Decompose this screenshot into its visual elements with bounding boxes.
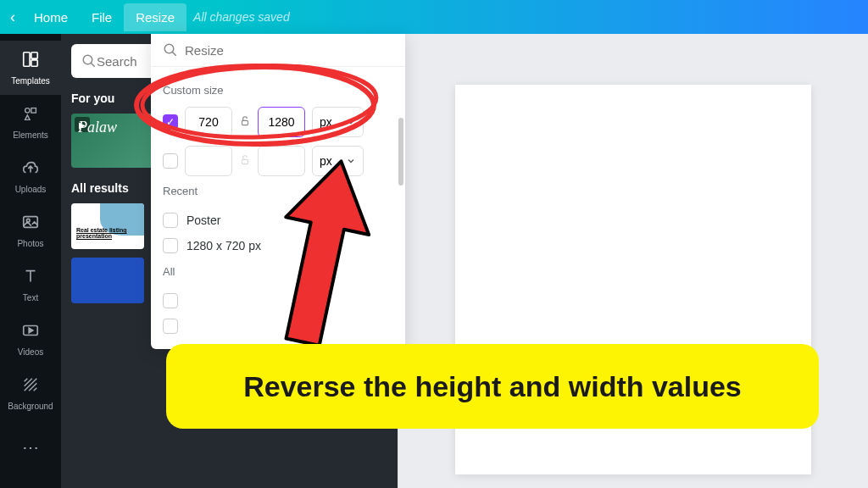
checkbox[interactable]	[163, 238, 178, 253]
svg-rect-4	[31, 108, 36, 113]
sidebar-item-text[interactable]: Text	[0, 258, 61, 312]
svg-point-9	[164, 44, 174, 53]
all-item[interactable]	[163, 288, 393, 313]
svg-rect-10	[242, 120, 248, 125]
scrollbar[interactable]	[398, 118, 403, 186]
checkbox[interactable]	[163, 213, 178, 228]
sidebar-item-videos[interactable]: Videos	[0, 312, 61, 366]
chevron-down-icon	[346, 156, 356, 166]
sidebar-item-label: Videos	[18, 347, 43, 357]
height-input[interactable]	[258, 107, 305, 137]
svg-point-8	[83, 55, 92, 64]
lock-icon[interactable]	[239, 115, 251, 130]
elements-icon	[21, 104, 40, 127]
recent-item-poster[interactable]: Poster	[163, 208, 393, 233]
sidebar-item-elements[interactable]: Elements	[0, 95, 61, 149]
sidebar-item-label: Background	[8, 402, 53, 411]
annotation-text: Reverse the height and width values	[166, 344, 819, 429]
search-icon	[81, 53, 97, 69]
photos-icon	[21, 213, 40, 236]
chevron-down-icon	[346, 117, 356, 127]
sidebar-item-label: Templates	[11, 76, 50, 86]
more-icon: ⋯	[22, 437, 39, 458]
all-label: All	[163, 265, 393, 278]
recent-label: Recent	[163, 185, 393, 197]
all-item[interactable]	[163, 313, 393, 339]
checkbox[interactable]	[163, 319, 178, 334]
recent-item-dimensions[interactable]: 1280 x 720 px	[163, 233, 393, 258]
svg-rect-1	[31, 53, 37, 58]
custom-size-checkbox[interactable]: ✓	[163, 114, 178, 130]
unit-value: px	[320, 115, 332, 129]
text-icon	[21, 267, 40, 290]
custom-size-row: ✓ px	[163, 107, 393, 137]
sidebar: Templates Elements Uploads Photos Text	[0, 34, 61, 488]
sidebar-item-photos[interactable]: Photos	[0, 203, 61, 258]
recent-item-label: 1280 x 720 px	[186, 239, 261, 252]
checkbox[interactable]	[163, 293, 178, 308]
sidebar-item-label: Text	[23, 293, 38, 302]
menu-home[interactable]: Home	[22, 3, 80, 31]
thumb-title: Real estate listing presentation	[76, 227, 144, 239]
custom-size-row-2: px	[163, 146, 393, 176]
svg-rect-2	[31, 60, 37, 66]
template-thumb[interactable]	[71, 258, 144, 303]
sidebar-item-label: Uploads	[15, 185, 47, 194]
svg-point-3	[25, 108, 30, 113]
width-input[interactable]	[185, 107, 232, 137]
uploads-icon	[21, 158, 40, 181]
back-icon[interactable]: ‹	[10, 8, 15, 26]
save-status: All changes saved	[193, 10, 290, 24]
sidebar-item-uploads[interactable]: Uploads	[0, 149, 61, 203]
topbar: ‹ Home File Resize All changes saved	[0, 0, 868, 34]
menu-file[interactable]: File	[80, 3, 124, 31]
lock-icon[interactable]	[239, 154, 251, 169]
resize-search-input[interactable]	[185, 43, 393, 58]
sidebar-item-background[interactable]: Background	[0, 366, 61, 420]
play-icon: ▶	[75, 117, 90, 132]
unit-select[interactable]: px	[312, 107, 364, 137]
search-icon	[163, 42, 178, 58]
custom-size-checkbox[interactable]	[163, 153, 178, 169]
templates-icon	[21, 50, 40, 73]
videos-icon	[21, 321, 40, 344]
template-thumb[interactable]: Real estate listing presentation	[71, 203, 144, 249]
resize-search[interactable]	[151, 34, 405, 67]
custom-size-label: Custom size	[163, 84, 393, 97]
sidebar-item-more[interactable]: ⋯	[0, 420, 61, 474]
sidebar-item-label: Photos	[17, 239, 43, 248]
sidebar-item-templates[interactable]: Templates	[0, 41, 61, 95]
width-input-2[interactable]	[185, 146, 232, 176]
background-icon	[21, 375, 40, 398]
menu-resize[interactable]: Resize	[124, 3, 186, 31]
sidebar-item-label: Elements	[13, 130, 48, 140]
unit-select-2[interactable]: px	[312, 146, 364, 176]
recent-item-label: Poster	[186, 214, 220, 227]
resize-dropdown: Custom size ✓ px	[151, 34, 405, 349]
height-input-2[interactable]	[258, 146, 305, 176]
svg-rect-0	[24, 53, 30, 67]
svg-rect-11	[242, 159, 248, 164]
